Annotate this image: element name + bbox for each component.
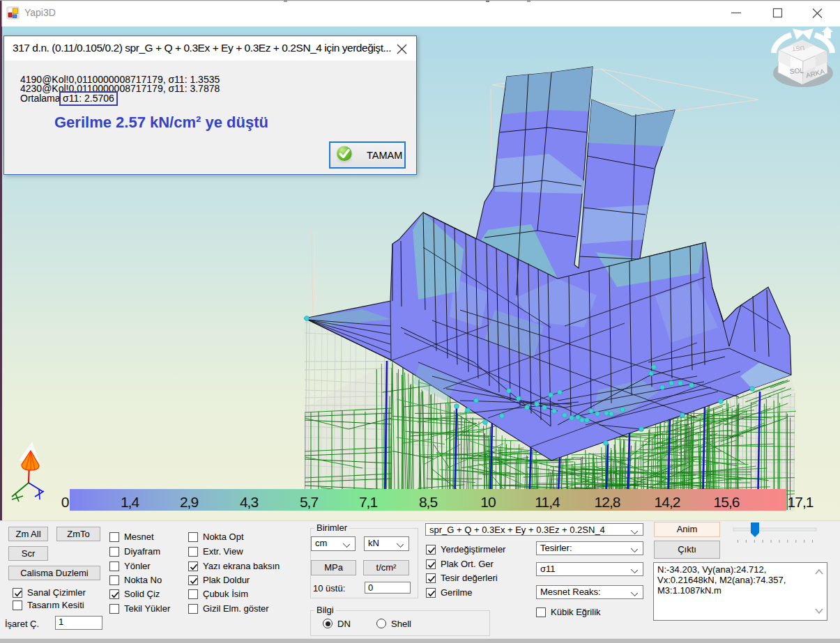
svg-text:17,1: 17,1	[788, 494, 814, 510]
svg-text:1,4: 1,4	[121, 494, 140, 510]
svg-text:4,3: 4,3	[240, 494, 259, 510]
svg-text:11,4: 11,4	[535, 494, 560, 510]
svg-text:UST: UST	[791, 45, 804, 53]
svg-text:7,1: 7,1	[359, 494, 378, 510]
svg-text:2,9: 2,9	[180, 494, 199, 510]
svg-text:SOL: SOL	[789, 67, 804, 75]
svg-text:14,2: 14,2	[655, 494, 680, 510]
svg-text:5,7: 5,7	[300, 494, 319, 510]
svg-text:10: 10	[480, 494, 496, 510]
svg-text:8,5: 8,5	[419, 494, 438, 510]
svg-text:0: 0	[61, 494, 69, 510]
svg-text:15,6: 15,6	[714, 494, 740, 510]
svg-text:12,8: 12,8	[595, 494, 620, 510]
